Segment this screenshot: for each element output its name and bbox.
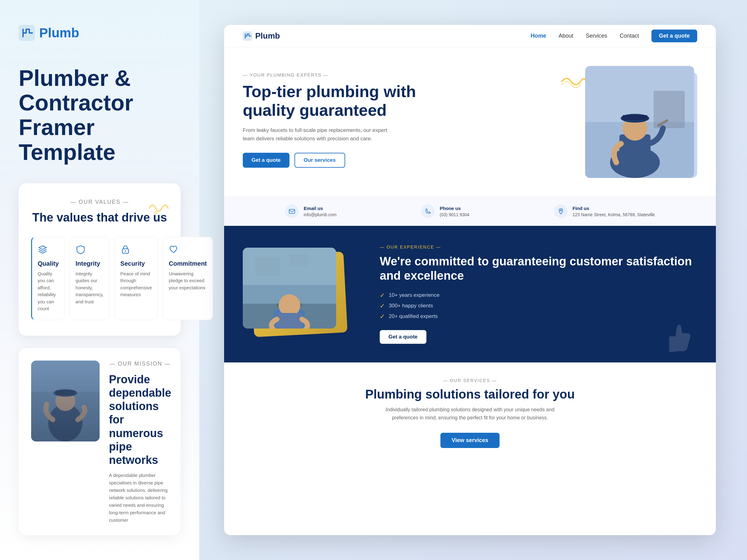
mission-section: — OUR MISSION — Provide dependable solut… [19,348,181,535]
svg-point-1 [154,211,157,215]
value-integrity-name: Integrity [76,260,104,267]
left-headline: Plumber & Contractor Framer Template [19,66,181,165]
experience-content: — OUR EXPERIENCE — We're committed to gu… [380,244,697,344]
right-panel: Plumb Home About Services Contact Get a … [199,0,747,560]
exp-stat-1: ✓ 300+ happy clients [380,302,697,310]
hero-content: — YOUR PLUMBING EXPERTS — Top-tier plumb… [243,66,430,168]
logo-icon [19,25,35,41]
hero-get-quote-button[interactable]: Get a quote [243,153,289,168]
value-item-security: Security Peace of mind through comprehen… [114,237,158,320]
location-icon [554,205,568,218]
exp-stat-2: ✓ 20+ qualified experts [380,313,697,320]
svg-rect-20 [289,209,295,213]
hero-desc: From leaky faucets to full-scale pipe re… [243,126,392,143]
nav-link-contact[interactable]: Contact [620,33,639,39]
email-icon [285,205,299,218]
hero-deco-icon [560,72,585,95]
exp-title: We're committed to guaranteeing customer… [380,255,697,283]
services-title: Plumbing solutions tailored for you [243,387,697,401]
svg-rect-24 [255,257,280,276]
svg-rect-25 [289,254,308,266]
nav-links: Home About Services Contact Get a quote [531,30,697,42]
hero-image-area [573,66,697,184]
value-item-quality: Quality Quality you can afford, reliabil… [31,237,65,320]
mission-image [31,361,100,442]
services-desc: Individually tailored plumbing solutions… [377,406,563,422]
exp-stats-list: ✓ 10+ years experience ✓ 300+ happy clie… [380,292,697,320]
left-logo-text: Plumb [39,26,79,41]
mission-title: Provide dependable solutions for numerou… [109,373,171,466]
nav-link-home[interactable]: Home [531,33,546,39]
exp-stat-0: ✓ 10+ years experience [380,292,697,299]
services-tag: — OUR SERVICES — [243,378,697,383]
lock-icon [121,244,132,256]
values-card: — OUR VALUES — The values that drive us … [19,183,181,336]
left-panel: Plumb Plumber & Contractor Framer Templa… [0,0,199,560]
heart-icon [169,244,180,256]
services-section: — OUR SERVICES — Plumbing solutions tail… [224,363,716,463]
contact-bar: Email us info@plumb.com Phone us (03) 90… [224,196,716,226]
hero-buttons: Get a quote Our services [243,153,430,168]
contact-location: Find us 123 Name Street, Kolma, 56789, S… [554,205,655,218]
value-integrity-desc: Integrity guides our honesty, transparen… [76,270,104,305]
value-item-integrity: Integrity Integrity guides our honesty, … [70,237,109,320]
contact-location-label: Find us [573,206,655,211]
thumbs-up-deco [660,318,697,356]
check-icon-0: ✓ [380,292,385,299]
services-cta: View services [243,433,697,448]
check-icon-1: ✓ [380,302,385,310]
site-logo: Plumb [243,31,280,41]
value-quality-desc: Quality you can afford, reliability you … [38,270,59,312]
site-hero: — YOUR PLUMBING EXPERTS — Top-tier plumb… [224,47,716,196]
layers-icon [38,244,49,256]
mission-desc: A dependable plumber specialises in dive… [109,472,171,524]
hero-image-person [585,66,694,178]
contact-location-value: 123 Name Street, Kolma, 56789, Statevill… [573,212,655,217]
nav-link-services[interactable]: Services [586,33,607,39]
website-preview: Plumb Home About Services Contact Get a … [224,25,716,535]
value-security-desc: Peace of mind through comprehensive meas… [121,270,152,298]
value-security-name: Security [121,260,152,267]
value-quality-name: Quality [38,260,59,267]
deco-squiggle [146,196,171,225]
svg-point-3 [125,250,126,252]
phone-icon [421,205,435,218]
contact-email-value: info@plumb.com [304,212,336,217]
svg-rect-13 [654,91,685,128]
values-grid: Quality Quality you can afford, reliabil… [31,237,168,320]
mission-content: — OUR MISSION — Provide dependable solut… [109,361,171,524]
hero-title: Top-tier plumbing with quality guarantee… [243,82,430,120]
experience-images [243,248,361,341]
contact-location-content: Find us 123 Name Street, Kolma, 56789, S… [573,206,655,217]
contact-email-content: Email us info@plumb.com [304,206,336,217]
contact-phone-value: (03) 9011 9304 [440,212,469,217]
svg-rect-18 [622,115,647,120]
exp-tag: — OUR EXPERIENCE — [380,244,697,249]
contact-email: Email us info@plumb.com [285,205,336,218]
hero-our-services-button[interactable]: Our services [294,153,345,168]
svg-point-21 [560,210,562,211]
hero-tag: — YOUR PLUMBING EXPERTS — [243,72,430,77]
site-logo-text: Plumb [255,31,280,41]
experience-section: — OUR EXPERIENCE — We're committed to gu… [224,226,716,363]
site-nav: Plumb Home About Services Contact Get a … [224,25,716,47]
exp-cta-button[interactable]: Get a quote [380,330,427,344]
left-logo: Plumb [19,25,181,41]
contact-email-label: Email us [304,206,336,211]
exp-image-front [243,248,336,328]
view-services-button[interactable]: View services [440,433,499,448]
shield-icon [76,244,87,256]
check-icon-2: ✓ [380,313,385,320]
nav-cta-button[interactable]: Get a quote [651,30,697,42]
nav-link-about[interactable]: About [559,33,573,39]
mission-label: — OUR MISSION — [109,361,171,367]
contact-phone-content: Phone us (03) 9011 9304 [440,206,469,217]
svg-rect-33 [276,313,303,328]
svg-point-32 [279,294,300,316]
contact-phone: Phone us (03) 9011 9304 [421,205,469,218]
contact-phone-label: Phone us [440,206,469,211]
